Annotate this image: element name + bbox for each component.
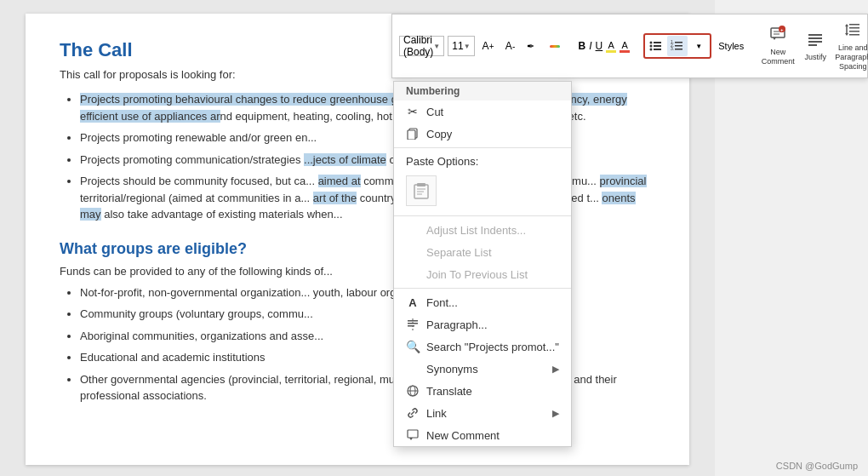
synonyms-icon <box>406 362 420 376</box>
svg-point-3 <box>650 45 653 48</box>
join-prev-label: Join To Previous List <box>426 268 528 281</box>
svg-rect-36 <box>408 320 418 322</box>
bullets-list-button[interactable] <box>646 36 666 56</box>
paragraph-icon <box>406 318 420 331</box>
svg-rect-23 <box>849 27 859 29</box>
svg-point-1 <box>650 42 653 44</box>
svg-rect-18 <box>808 34 822 36</box>
new-comment-label: NewComment <box>762 48 795 66</box>
svg-text:3.: 3. <box>671 46 674 51</box>
font-grow-button[interactable]: A+ <box>478 36 499 56</box>
translate-label: Translate <box>426 385 472 398</box>
svg-rect-19 <box>808 37 822 39</box>
font-size-selector[interactable]: 11 ▼ <box>448 36 474 56</box>
paste-icon-btn-1[interactable] <box>406 175 437 206</box>
svg-rect-10 <box>675 45 682 47</box>
styles-button[interactable]: Styles <box>715 36 747 56</box>
search-menu-item[interactable]: 🔍 Search "Projects promot..." <box>394 335 571 358</box>
copy-menu-item[interactable]: Copy <box>394 123 571 145</box>
clear-format-button[interactable]: ✒ <box>523 36 543 56</box>
separator-1 <box>394 147 571 148</box>
link-icon <box>406 406 420 420</box>
paste-icons-group <box>394 172 571 213</box>
svg-text:✒: ✒ <box>527 41 534 51</box>
svg-rect-25 <box>849 34 859 36</box>
spacing-button[interactable]: Line and ParagraphSpacing <box>836 20 868 72</box>
svg-marker-26 <box>845 24 848 26</box>
svg-rect-6 <box>654 49 661 50</box>
cut-menu-item[interactable]: ✂ Cut <box>394 100 571 123</box>
new-comment-button[interactable]: + NewComment <box>761 24 795 68</box>
font-menu-item[interactable]: A Font... <box>394 291 571 313</box>
list-dropdown-button[interactable]: ▼ <box>688 36 709 56</box>
context-menu: Numbering ✂ Cut Copy Paste Options: <box>393 81 572 447</box>
svg-rect-2 <box>654 42 661 43</box>
svg-rect-38 <box>408 325 414 327</box>
font-size-dropdown-arrow: ▼ <box>464 43 471 50</box>
svg-point-5 <box>650 49 653 51</box>
list-button-group: 1. 2. 3. ▼ <box>643 33 711 59</box>
watermark: CSDN @GodGump <box>776 461 858 471</box>
link-label: Link <box>426 407 447 420</box>
svg-rect-24 <box>849 31 859 32</box>
spacing-label: Line and ParagraphSpacing <box>835 43 868 71</box>
underline-button[interactable]: U <box>596 36 603 56</box>
translate-icon <box>406 384 420 398</box>
font-name-selector[interactable]: Calibri (Body) ▼ <box>399 36 444 56</box>
separate-list-item: Separate List <box>394 241 571 263</box>
new-comment-menu-icon <box>406 428 420 442</box>
svg-rect-22 <box>849 24 859 26</box>
search-icon: 🔍 <box>406 340 420 353</box>
paragraph-menu-item[interactable]: Paragraph... <box>394 313 571 335</box>
text-effects-button[interactable] <box>545 36 565 56</box>
adjust-list-indents-item: Adjust List Indents... <box>394 219 571 241</box>
numbering-list-button[interactable]: 1. 2. 3. <box>667 36 688 56</box>
new-comment-menu-label: New Comment <box>426 429 500 442</box>
svg-rect-30 <box>408 130 415 140</box>
justify-icon <box>807 31 824 52</box>
cut-label: Cut <box>426 106 443 118</box>
justify-button[interactable]: Justify <box>798 29 832 64</box>
svg-rect-21 <box>808 44 817 46</box>
synonyms-arrow: ▶ <box>552 364 559 375</box>
join-prev-icon <box>406 267 420 281</box>
paragraph-label: Paragraph... <box>426 318 488 331</box>
font-name-label: Calibri (Body) <box>403 34 433 58</box>
svg-rect-43 <box>408 430 418 438</box>
synonyms-label: Synonyms <box>426 363 478 376</box>
separate-list-label: Separate List <box>426 246 492 259</box>
separator-3 <box>394 288 571 289</box>
font-size-label: 11 <box>452 40 463 52</box>
svg-rect-8 <box>675 42 682 43</box>
separate-list-icon <box>406 245 420 259</box>
font-color-button[interactable]: A <box>620 36 630 56</box>
highlight-color-button[interactable]: A <box>606 36 616 56</box>
paste-options-header: Paste Options: <box>394 151 571 172</box>
svg-rect-4 <box>654 45 661 47</box>
cut-icon: ✂ <box>406 105 420 118</box>
font-size-controls: A+ A- ✒ <box>478 36 565 56</box>
bold-button[interactable]: B <box>579 36 586 56</box>
new-comment-menu-item[interactable]: New Comment <box>394 424 571 446</box>
svg-rect-12 <box>675 49 682 50</box>
synonyms-menu-item[interactable]: Synonyms ▶ <box>394 358 571 380</box>
copy-icon <box>406 127 420 141</box>
context-menu-header: Numbering <box>394 82 571 100</box>
join-prev-list-item: Join To Previous List <box>394 263 571 285</box>
link-arrow: ▶ <box>552 408 559 419</box>
link-menu-item[interactable]: Link ▶ <box>394 402 571 424</box>
spacing-icon <box>844 21 861 43</box>
translate-menu-item[interactable]: Translate <box>394 380 571 402</box>
search-label: Search "Projects promot..." <box>426 341 559 353</box>
new-comment-icon: + <box>769 26 786 47</box>
font-shrink-button[interactable]: A- <box>500 36 521 56</box>
font-label: Font... <box>426 296 458 309</box>
adjust-list-label: Adjust List Indents... <box>426 224 526 237</box>
copy-label: Copy <box>426 128 452 141</box>
italic-button[interactable]: I <box>589 36 591 56</box>
font-name-dropdown-arrow: ▼ <box>433 43 440 50</box>
svg-marker-27 <box>845 33 848 36</box>
adjust-list-icon <box>406 223 420 237</box>
separator-2 <box>394 215 571 216</box>
ribbon-toolbar: Calibri (Body) ▼ 11 ▼ A+ A- ✒ B I U A A <box>391 14 868 78</box>
